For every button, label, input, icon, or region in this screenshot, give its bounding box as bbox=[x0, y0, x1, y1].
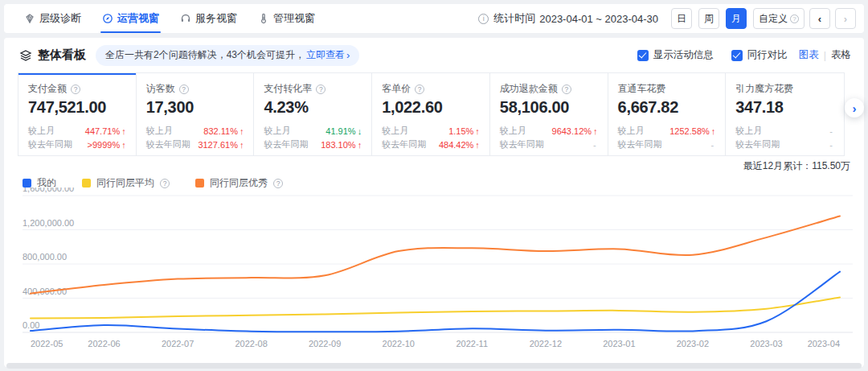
trend-arrow-icon: ↑ bbox=[240, 126, 244, 136]
info-icon[interactable]: i bbox=[478, 14, 489, 24]
alert-text: 全店一共有2个问题待解决，43个机会可提升， bbox=[105, 48, 305, 62]
issues-alert-pill: 全店一共有2个问题待解决，43个机会可提升， 立即查看 › bbox=[96, 45, 359, 66]
show-activity-checkbox[interactable] bbox=[637, 50, 649, 61]
metric-card-visitors[interactable]: 访客数? 17,300 较上月832.11%↑ 较去年同期3127.61%↑ bbox=[137, 73, 255, 155]
top-nav-bar: 层级诊断 运营视窗 服务视窗 管理视窗 i bbox=[4, 4, 864, 33]
trend-value: 183.10%↑ bbox=[321, 140, 362, 150]
card-value: 6,667.82 bbox=[618, 98, 716, 117]
view-now-link[interactable]: 立即查看 bbox=[306, 48, 345, 62]
metric-card-ylmf-cost[interactable]: 引力魔方花费? 347.18 较上月- 较去年同期- bbox=[726, 73, 844, 155]
compass-icon bbox=[102, 13, 113, 24]
question-circle-icon[interactable]: ? bbox=[273, 179, 283, 188]
peer-compare-checkbox[interactable] bbox=[731, 50, 743, 61]
toggle-divider: | bbox=[824, 50, 826, 61]
view-table-option[interactable]: 表格 bbox=[831, 48, 851, 62]
period-month-button[interactable]: 月 bbox=[726, 8, 747, 29]
thermometer-icon bbox=[258, 13, 269, 24]
trend-arrow-icon: ↑ bbox=[240, 140, 244, 150]
card-title: 引力魔方花费 bbox=[735, 82, 793, 96]
question-circle-icon[interactable]: ? bbox=[179, 85, 189, 94]
svg-text:2022-11: 2022-11 bbox=[456, 339, 488, 348]
metric-card-payment-amount[interactable]: 支付金额? 747,521.00 较上月447.71%↑ 较去年同期>9999%… bbox=[18, 73, 137, 155]
cumulative-12m-stat: 最近12月累计：115.50万 bbox=[743, 159, 850, 173]
tab-label: 服务视窗 bbox=[195, 11, 237, 26]
trend-line-chart: 0.00400,000.00800,000.001,200,000.001,60… bbox=[4, 188, 864, 358]
board-header: 整体看板 全店一共有2个问题待解决，43个机会可提升， 立即查看 › 显示活动信… bbox=[4, 38, 864, 72]
tab-label: 管理视窗 bbox=[273, 11, 315, 26]
stat-time-controls: i 统计时间 2023-04-01 ~ 2023-04-30 日 周 月 自定义… bbox=[478, 8, 856, 29]
trend-arrow-icon: ↑ bbox=[711, 126, 716, 136]
trend-arrow-icon: ↑ bbox=[121, 140, 126, 150]
trend-value: 484.42%↑ bbox=[439, 140, 480, 150]
legend-swatch bbox=[82, 179, 91, 188]
svg-text:0.00: 0.00 bbox=[23, 320, 39, 330]
headset-icon bbox=[180, 13, 191, 24]
metric-card-ztc-cost[interactable]: 直通车花费? 6,667.82 较上月1252.58%↑ 较去年同期- bbox=[608, 73, 727, 155]
trend-arrow-icon: ↑ bbox=[121, 126, 126, 136]
metric-card-refund-amount[interactable]: 成功退款金额? 58,106.00 较上月9643.12%↑ 较去年同期- bbox=[490, 73, 608, 155]
trend-value: 9643.12%↑ bbox=[552, 126, 598, 136]
trend-arrow-icon: ↑ bbox=[475, 126, 480, 136]
stat-time-range: 2023-04-01 ~ 2023-04-30 bbox=[539, 13, 658, 25]
cards-scroll-right-button[interactable]: › bbox=[845, 98, 864, 117]
tab-management-view[interactable]: 管理视窗 bbox=[258, 4, 315, 33]
tab-label: 层级诊断 bbox=[39, 11, 81, 26]
card-title: 成功退款金额 bbox=[500, 82, 558, 96]
show-activity-checkbox-group: 显示活动信息 bbox=[637, 48, 714, 62]
svg-text:2022-12: 2022-12 bbox=[530, 339, 562, 348]
question-circle-icon[interactable]: ? bbox=[316, 85, 326, 94]
dashboard-page: 层级诊断 运营视窗 服务视窗 管理视窗 i bbox=[0, 0, 868, 371]
chart-table-toggle: 图表 | 表格 bbox=[799, 48, 851, 62]
metric-card-conversion-rate[interactable]: 支付转化率? 4.23% 较上月41.91%↓ 较去年同期183.10%↑ bbox=[254, 73, 372, 155]
question-circle-icon[interactable]: ? bbox=[71, 85, 80, 94]
trend-arrow-icon: ↑ bbox=[358, 140, 362, 150]
svg-text:2023-03: 2023-03 bbox=[750, 339, 782, 348]
trend-value: 1252.58%↑ bbox=[669, 126, 715, 136]
card-title: 支付金额 bbox=[28, 82, 67, 96]
next-period-button[interactable]: › bbox=[835, 8, 856, 29]
layers-icon bbox=[19, 49, 32, 62]
board-controls: 显示活动信息 同行对比 图表 | 表格 bbox=[620, 48, 851, 62]
tab-label: 运营视窗 bbox=[117, 11, 159, 26]
period-week-button[interactable]: 周 bbox=[698, 8, 719, 29]
trend-value: 3127.61%↑ bbox=[198, 140, 244, 150]
legend-swatch bbox=[195, 179, 204, 188]
period-day-button[interactable]: 日 bbox=[671, 8, 692, 29]
question-circle-icon[interactable]: ? bbox=[160, 179, 170, 188]
card-value: 1,022.60 bbox=[382, 98, 480, 117]
svg-text:2023-01: 2023-01 bbox=[603, 339, 635, 348]
trend-value: >9999%↑ bbox=[88, 140, 126, 150]
peer-compare-checkbox-group: 同行对比 bbox=[731, 48, 788, 62]
svg-text:1,600,000.00: 1,600,000.00 bbox=[23, 188, 74, 193]
question-circle-icon[interactable]: ? bbox=[415, 85, 424, 94]
view-chart-option[interactable]: 图表 bbox=[799, 48, 819, 62]
trend-value: 1.15%↑ bbox=[448, 126, 480, 136]
svg-text:2022-05: 2022-05 bbox=[31, 339, 63, 348]
svg-text:1,200,000.00: 1,200,000.00 bbox=[23, 218, 74, 228]
trend-value: 832.11%↑ bbox=[203, 126, 244, 136]
show-activity-label: 显示活动信息 bbox=[653, 48, 714, 62]
trend-value: - bbox=[829, 126, 834, 136]
svg-text:2022-08: 2022-08 bbox=[235, 339, 267, 348]
stat-time-label: 统计时间 bbox=[493, 11, 535, 26]
question-circle-icon[interactable]: ? bbox=[562, 85, 571, 94]
board-title: 整体看板 bbox=[38, 47, 86, 63]
svg-text:2022-07: 2022-07 bbox=[162, 339, 194, 348]
view-tabs: 层级诊断 运营视窗 服务视窗 管理视窗 bbox=[24, 4, 315, 33]
card-value: 58,106.00 bbox=[500, 98, 598, 117]
trend-value: 447.71%↑ bbox=[85, 126, 126, 136]
tab-level-diagnosis[interactable]: 层级诊断 bbox=[24, 4, 81, 33]
svg-text:2022-10: 2022-10 bbox=[383, 339, 415, 348]
card-title: 支付转化率 bbox=[264, 82, 312, 96]
trend-value: - bbox=[829, 140, 834, 150]
tab-service-view[interactable]: 服务视窗 bbox=[180, 4, 237, 33]
metric-card-avg-order-value[interactable]: 客单价? 1,022.60 较上月1.15%↑ 较去年同期484.42%↑ bbox=[372, 73, 490, 155]
card-title: 客单价 bbox=[382, 82, 411, 96]
trend-value: - bbox=[711, 140, 716, 150]
horizontal-scrollbar[interactable] bbox=[6, 363, 862, 369]
prev-period-button[interactable]: ‹ bbox=[809, 8, 830, 29]
period-custom-button[interactable]: 自定义 ? bbox=[753, 8, 805, 29]
legend-swatch bbox=[23, 179, 31, 188]
card-title: 直通车花费 bbox=[618, 82, 666, 96]
tab-operation-view[interactable]: 运营视窗 bbox=[102, 4, 159, 33]
